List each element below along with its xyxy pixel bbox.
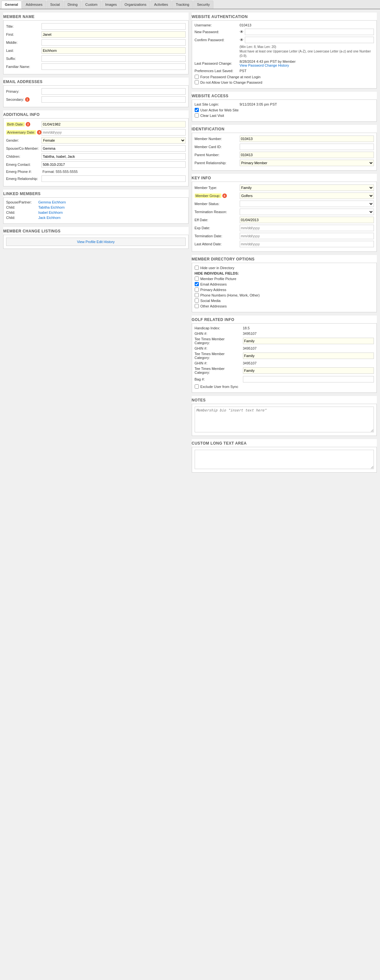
jack-link[interactable]: Jack Eichhorn bbox=[38, 216, 60, 220]
secondary-email-input[interactable] bbox=[41, 96, 186, 103]
no-change-checkbox[interactable] bbox=[195, 80, 199, 84]
anniversary-input[interactable] bbox=[41, 129, 186, 135]
termination-reason-select[interactable] bbox=[240, 208, 374, 215]
parent-rel-select[interactable]: Primary Member Spouse Child bbox=[240, 160, 374, 166]
tab-security[interactable]: Security bbox=[193, 1, 213, 9]
member-directory-title: MEMBER DIRECTORY OPTIONS bbox=[192, 255, 377, 263]
member-number-input[interactable] bbox=[240, 135, 374, 142]
view-profile-history-button[interactable]: View Profile Edit History bbox=[6, 238, 186, 246]
first-input[interactable] bbox=[41, 31, 186, 38]
confirm-eye-icon[interactable]: 👁 bbox=[240, 38, 243, 42]
tab-organizations[interactable]: Organizations bbox=[121, 1, 150, 9]
tab-general[interactable]: General bbox=[1, 1, 22, 9]
last-input[interactable] bbox=[41, 47, 186, 54]
middle-input[interactable] bbox=[41, 39, 186, 46]
isabel-link[interactable]: Isabel Eichhorn bbox=[38, 210, 63, 215]
suffix-input[interactable] bbox=[41, 56, 186, 62]
tabs-bar: General Addresses Social Dining Custom I… bbox=[0, 0, 380, 10]
clear-last-visit-checkbox[interactable] bbox=[195, 113, 199, 118]
emerg-contact-label: Emerg Contact: bbox=[6, 162, 41, 167]
emerg-phone-format: Format: 555-555-5555 bbox=[41, 169, 186, 174]
title-input[interactable] bbox=[41, 23, 186, 30]
tab-social[interactable]: Social bbox=[47, 1, 64, 9]
member-card-input[interactable] bbox=[240, 143, 374, 150]
tee-times2-label: Tee Times MemberCategory: bbox=[195, 352, 243, 360]
force-pwd-checkbox[interactable] bbox=[195, 75, 199, 79]
tab-activities[interactable]: Activities bbox=[151, 1, 172, 9]
secondary-badge: 1 bbox=[25, 97, 30, 102]
termination-date-input[interactable] bbox=[240, 233, 374, 239]
member-status-select[interactable]: Active Inactive bbox=[240, 200, 374, 207]
spouse-input[interactable] bbox=[41, 145, 186, 152]
tab-dining[interactable]: Dining bbox=[64, 1, 81, 9]
no-change-label: Do not Allow User to Change Password bbox=[200, 81, 262, 84]
last-attend-input[interactable] bbox=[240, 241, 374, 247]
last-login-label: Last Site Login: bbox=[195, 102, 240, 106]
familiar-name-input[interactable] bbox=[41, 64, 186, 70]
birth-date-input[interactable] bbox=[41, 121, 186, 127]
new-password-input[interactable] bbox=[245, 29, 374, 35]
list-item: Child: Isabel Eichhorn bbox=[6, 210, 186, 215]
eye-icon[interactable]: 👁 bbox=[240, 30, 243, 34]
username-value: 010413 bbox=[240, 23, 374, 27]
parent-number-input[interactable] bbox=[240, 152, 374, 158]
tab-custom[interactable]: Custom bbox=[82, 1, 101, 9]
member-group-label: Member Group: bbox=[195, 194, 221, 198]
key-info-title: KEY INFO bbox=[192, 174, 377, 181]
list-item: Child: Tabitha Eichhorn bbox=[6, 205, 186, 209]
hide-profile-pic-checkbox[interactable] bbox=[195, 277, 199, 281]
custom-long-text-section: CUSTOM LONG TEXT AREA bbox=[192, 439, 377, 473]
tee-times3-input[interactable] bbox=[243, 368, 374, 374]
tab-tracking[interactable]: Tracking bbox=[172, 1, 193, 9]
confirm-password-input[interactable] bbox=[245, 37, 374, 43]
handicap-value: 18.5 bbox=[243, 326, 374, 330]
middle-label: Middle: bbox=[6, 41, 41, 45]
hide-primary-addr-checkbox[interactable] bbox=[195, 288, 199, 292]
website-access-title: WEBSITE ACCESS bbox=[192, 92, 377, 99]
bag-input[interactable] bbox=[243, 376, 374, 382]
list-item: Child: Jack Eichhorn bbox=[6, 216, 186, 220]
linked-members-title: LINKED MEMBERS bbox=[3, 189, 189, 197]
hide-email-checkbox[interactable] bbox=[195, 282, 199, 286]
gender-select[interactable]: Female Male Other bbox=[41, 137, 186, 143]
emerg-rel-input[interactable] bbox=[41, 175, 186, 182]
custom-long-text-title: CUSTOM LONG TEXT AREA bbox=[192, 439, 377, 447]
tab-addresses[interactable]: Addresses bbox=[22, 1, 46, 9]
parent-number-label: Parent Number: bbox=[195, 153, 240, 157]
secondary-email-label: Secondary: 1 bbox=[6, 97, 41, 102]
spouse-partner-label: Spouse/Partner: bbox=[6, 200, 38, 204]
children-input[interactable] bbox=[41, 153, 186, 160]
additional-info-title: ADDITIONAL INFO bbox=[3, 110, 189, 118]
member-name-section: MEMBER NAME Title: First: Middle: Last: bbox=[3, 13, 189, 74]
tab-images[interactable]: Images bbox=[102, 1, 120, 9]
user-active-checkbox[interactable] bbox=[195, 108, 199, 112]
anniversary-label: Anniversary Date: bbox=[6, 130, 36, 135]
hide-other-addr-checkbox[interactable] bbox=[195, 304, 199, 308]
ghin3-label: GHIN #: bbox=[195, 361, 243, 365]
eff-date-input[interactable] bbox=[240, 217, 374, 223]
anniversary-label-wrap: Anniversary Date: 3 bbox=[6, 130, 41, 135]
exp-date-input[interactable] bbox=[240, 225, 374, 231]
emerg-contact-input[interactable] bbox=[41, 161, 186, 168]
view-password-history-link[interactable]: View Password Change History bbox=[240, 64, 289, 67]
custom-long-text-textarea[interactable] bbox=[195, 450, 374, 469]
handicap-label: Handicap Index: bbox=[195, 326, 243, 330]
tee-times2-input[interactable] bbox=[243, 353, 374, 359]
hide-in-dir-checkbox[interactable] bbox=[195, 266, 199, 270]
hide-phone-checkbox[interactable] bbox=[195, 293, 199, 297]
password-hint: (Min Len: 8, Max Len: 20)Must have at le… bbox=[240, 45, 374, 58]
list-item: Spouse/Partner: Gemma Eichhorn bbox=[6, 200, 186, 204]
gemma-link[interactable]: Gemma Eichhorn bbox=[38, 200, 66, 204]
tabitha-link[interactable]: Tabitha Eichhorn bbox=[38, 205, 65, 209]
member-group-select[interactable]: Golfers Social bbox=[240, 192, 374, 199]
notes-textarea[interactable] bbox=[195, 407, 374, 433]
tee-times1-input[interactable] bbox=[243, 338, 374, 344]
identification-title: IDENTIFICATION bbox=[192, 125, 377, 133]
exclude-sync-checkbox[interactable] bbox=[195, 384, 199, 388]
member-number-label: Member Number: bbox=[195, 137, 240, 141]
ghin2-value: 3495107 bbox=[243, 347, 374, 350]
member-type-select[interactable]: Family Individual Corporate bbox=[240, 185, 374, 191]
hide-social-checkbox[interactable] bbox=[195, 298, 199, 302]
primary-email-input[interactable] bbox=[41, 88, 186, 95]
new-password-label: New Password: bbox=[195, 30, 240, 34]
